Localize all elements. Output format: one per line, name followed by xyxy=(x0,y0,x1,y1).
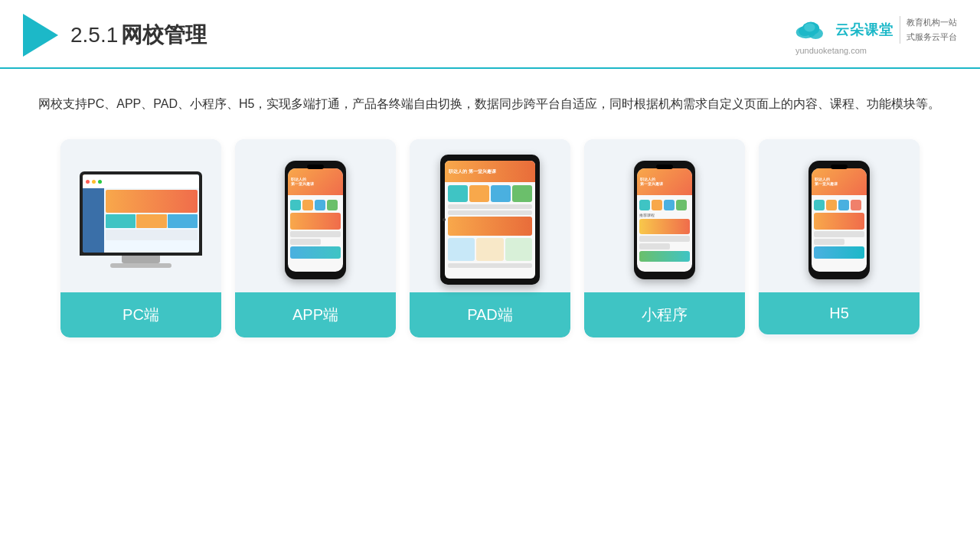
tablet-banner xyxy=(448,217,532,236)
brand-url: yunduoketang.com xyxy=(792,46,867,55)
phone-screen-body-mini: 推荐课程 xyxy=(637,195,692,264)
h5-banner-2 xyxy=(814,246,864,259)
card-pc-image xyxy=(60,139,221,292)
tablet-row-1 xyxy=(448,204,532,209)
tablet-camera xyxy=(443,218,446,221)
card-app-image: 职达人的第一堂兴趣课 xyxy=(235,139,396,292)
phone-screen-body-app xyxy=(288,195,343,262)
card-app: 职达人的第一堂兴趣课 xyxy=(235,139,396,337)
monitor-screen-wrapper xyxy=(80,171,202,256)
phone-icon-h4 xyxy=(851,200,861,210)
phone-icon-row-app xyxy=(290,200,341,210)
platform-cards-container: PC端 职达人的第一堂兴趣课 xyxy=(38,139,942,337)
tablet-cards-row-2 xyxy=(448,238,532,261)
monitor-row xyxy=(106,230,198,240)
tablet-top-text: 职达人的 第一堂兴趣课 xyxy=(449,168,496,175)
monitor-card-1 xyxy=(106,214,136,228)
phone-mockup-app: 职达人的第一堂兴趣课 xyxy=(285,161,346,279)
phone-notch-h5 xyxy=(831,165,848,169)
card-h5-image: 职达人的第一堂兴趣课 xyxy=(759,139,920,292)
h5-row-2 xyxy=(814,239,844,245)
phone-icon-m2 xyxy=(652,200,662,210)
tablet-cards-row-1 xyxy=(448,185,532,202)
phone-body-app: 职达人的第一堂兴趣课 xyxy=(285,161,346,279)
phone-icon-h1 xyxy=(814,200,825,210)
monitor-topbar xyxy=(83,174,199,188)
dot-red xyxy=(86,180,90,184)
monitor-base xyxy=(110,263,172,268)
phone-top-text-mini: 职达人的第一堂兴趣课 xyxy=(640,177,663,186)
phone-body-h5: 职达人的第一堂兴趣课 xyxy=(808,161,870,279)
tablet-body: 职达人的 第一堂兴趣课 xyxy=(440,155,540,285)
card-miniprogram: 职达人的第一堂兴趣课 推荐课程 xyxy=(584,139,745,337)
monitor-body xyxy=(83,188,199,253)
phone-icon-1 xyxy=(290,200,301,210)
card-pc-label: PC端 xyxy=(60,292,221,337)
tablet-card-1 xyxy=(448,185,468,202)
phone-top-text-app: 职达人的第一堂兴趣课 xyxy=(291,177,314,186)
tablet-card-5 xyxy=(448,238,475,261)
monitor-card-list xyxy=(106,214,198,228)
mini-row-2 xyxy=(639,243,670,249)
h5-banner xyxy=(814,213,864,230)
monitor-screen xyxy=(83,174,199,253)
phone-icon-row-mini xyxy=(639,200,690,210)
phone-screen-top-h5: 职达人的第一堂兴趣课 xyxy=(812,168,867,195)
card-pad-label: PAD端 xyxy=(410,292,570,337)
tablet-screen: 职达人的 第一堂兴趣课 xyxy=(445,161,535,279)
main-content: 网校支持PC、APP、PAD、小程序、H5，实现多端打通，产品各终端自由切换，数… xyxy=(0,69,980,360)
tablet-row-3 xyxy=(448,263,532,268)
brand-divider xyxy=(900,16,900,44)
phone-screen-top-mini: 职达人的第一堂兴趣课 xyxy=(637,168,692,195)
tablet-mockup: 职达人的 第一堂兴趣课 xyxy=(440,155,540,285)
tablet-card-6 xyxy=(476,238,503,261)
monitor-stand xyxy=(122,256,160,263)
brand-area: 云朵课堂 教育机构一站 式服务云平台 yunduoketang.com xyxy=(792,15,957,54)
phone-row-2 xyxy=(290,239,321,245)
phone-banner-1 xyxy=(290,213,341,230)
tablet-card-7 xyxy=(505,238,532,261)
card-pc: PC端 xyxy=(60,139,221,337)
tablet-card-2 xyxy=(469,185,489,202)
phone-banner-2 xyxy=(290,246,341,259)
phone-screen-top-app: 职达人的第一堂兴趣课 xyxy=(288,168,343,195)
header-left: 2.5.1网校管理 xyxy=(23,14,207,57)
phone-mockup-h5: 职达人的第一堂兴趣课 xyxy=(808,161,870,279)
monitor-banner xyxy=(106,190,198,213)
page-title: 2.5.1网校管理 xyxy=(70,21,207,50)
phone-screen-app: 职达人的第一堂兴趣课 xyxy=(288,168,343,272)
phone-mockup-mini: 职达人的第一堂兴趣课 推荐课程 xyxy=(634,161,695,279)
phone-top-text-h5: 职达人的第一堂兴趣课 xyxy=(815,177,838,186)
phone-icon-3 xyxy=(315,200,325,210)
mini-row-1 xyxy=(639,236,690,242)
tablet-card-3 xyxy=(491,185,511,202)
tablet-body-content xyxy=(445,182,535,272)
phone-screen-body-h5 xyxy=(812,195,867,262)
phone-screen-h5: 职达人的第一堂兴趣课 xyxy=(812,168,867,272)
tablet-card-4 xyxy=(512,185,532,202)
card-miniprogram-image: 职达人的第一堂兴趣课 推荐课程 xyxy=(584,139,745,292)
brand-name: 云朵课堂 xyxy=(835,21,893,39)
monitor-card-3 xyxy=(168,214,198,228)
tablet-row-2 xyxy=(448,210,532,215)
phone-icon-m3 xyxy=(664,200,675,210)
logo-triangle-icon xyxy=(23,14,58,57)
phone-icon-m1 xyxy=(639,200,650,210)
description-text: 网校支持PC、APP、PAD、小程序、H5，实现多端打通，产品各终端自由切换，数… xyxy=(38,92,942,116)
page-header: 2.5.1网校管理 云朵课堂 教育机构一站 式服务云平台 yunduoketan… xyxy=(0,0,980,69)
card-pad-image: 职达人的 第一堂兴趣课 xyxy=(410,139,570,292)
monitor-sidebar xyxy=(83,188,104,253)
phone-icon-h2 xyxy=(826,200,837,210)
phone-notch-app xyxy=(307,165,324,169)
phone-icon-4 xyxy=(327,200,338,210)
phone-screen-mini: 职达人的第一堂兴趣课 推荐课程 xyxy=(637,168,692,272)
tablet-screen-top: 职达人的 第一堂兴趣课 xyxy=(445,161,535,182)
card-pad: 职达人的 第一堂兴趣课 xyxy=(410,139,570,337)
phone-icon-m4 xyxy=(676,200,687,210)
svg-point-4 xyxy=(804,23,815,31)
card-h5-label: H5 xyxy=(759,292,920,334)
monitor-main xyxy=(104,188,199,253)
page-number: 2.5.1 xyxy=(70,23,118,47)
phone-icon-2 xyxy=(302,200,313,210)
phone-notch-mini xyxy=(656,165,673,169)
